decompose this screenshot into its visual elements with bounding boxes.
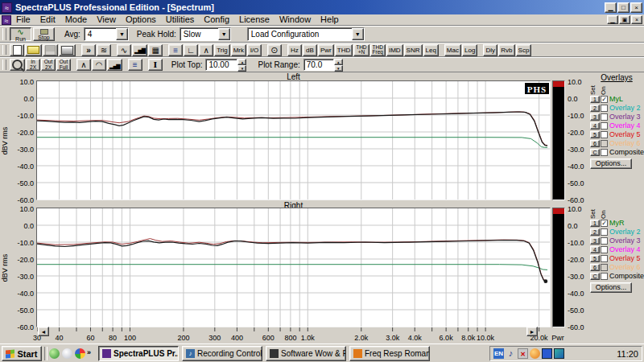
snr-button[interactable]: SNR <box>404 44 423 56</box>
db-button[interactable]: dB <box>303 44 317 56</box>
gain-in-2x[interactable]: In2X <box>26 59 40 71</box>
plot-range-field[interactable]: 70.0 <box>303 59 334 71</box>
mdi-system-menu-icon[interactable]: ≈ <box>2 15 11 25</box>
open-folder-button[interactable] <box>25 44 42 56</box>
scroll-left-button[interactable]: ◄ <box>38 327 49 336</box>
overlay-set-button-4[interactable]: 4 <box>590 122 600 130</box>
avg-dropdown-icon[interactable]: ▼ <box>116 28 128 40</box>
mac-button[interactable]: Mac <box>444 44 461 56</box>
dly-button[interactable]: Dly <box>483 44 497 56</box>
overlay-checkbox-C[interactable] <box>601 273 608 280</box>
options-list-button[interactable] <box>128 59 142 71</box>
overlay-set-button-C[interactable]: C <box>590 273 600 280</box>
task-button-1[interactable]: SpectraPLUS Pr... <box>98 346 179 361</box>
plot-canvas-left[interactable] <box>37 81 550 200</box>
overlay-set-button-2[interactable]: 2 <box>590 105 600 112</box>
imd-button[interactable]: IMD <box>386 44 403 56</box>
quicklaunch-media-icon[interactable] <box>49 348 60 359</box>
volume-tray-icon[interactable]: ♪ <box>506 348 516 359</box>
menu-help[interactable]: Help <box>316 14 344 24</box>
overlay-set-button-5[interactable]: 5 <box>590 131 600 138</box>
toolbar-grip[interactable] <box>2 28 6 40</box>
menu-license[interactable]: License <box>234 14 275 24</box>
printer-button[interactable] <box>59 44 76 56</box>
hz-button[interactable]: Hz <box>287 44 302 56</box>
mdi-restore-button[interactable]: ▣ <box>619 15 630 24</box>
pwr-button[interactable]: Pwr <box>318 44 334 56</box>
overlay-set-button-5[interactable]: 5 <box>590 255 600 262</box>
overlays-options-button[interactable]: Options... <box>590 282 632 293</box>
peak-hold-combobox[interactable]: Slow ▼ <box>180 27 231 41</box>
overlay-checkbox-4[interactable] <box>601 246 608 253</box>
signal-generator-button[interactable] <box>97 44 111 56</box>
spectrogram-view-button[interactable] <box>148 44 163 56</box>
overlay-checkbox-2[interactable] <box>601 105 608 112</box>
i-o-button[interactable]: I/O <box>247 44 262 56</box>
task-button-2[interactable]: ♪Recording Control <box>182 346 262 361</box>
overlay-set-button-3[interactable]: 3 <box>590 113 600 121</box>
overlay-set-button-1[interactable]: 1 <box>590 96 600 103</box>
overlay-checkbox-C[interactable] <box>601 149 608 156</box>
zoom-magnifier-button[interactable] <box>10 59 25 71</box>
spectrum-view-button[interactable] <box>132 44 147 56</box>
close-button[interactable]: × <box>630 2 642 13</box>
overlay-set-button-1[interactable]: 1 <box>590 220 600 227</box>
task-button-3[interactable]: Software Wow & Fl... <box>266 346 346 361</box>
gain-out-2x[interactable]: Out2X <box>41 59 56 71</box>
plot-range-spinner[interactable]: ▴▾ <box>334 59 343 71</box>
run-button[interactable]: ∿ Run <box>10 27 31 41</box>
maximize-button[interactable]: □ <box>617 2 630 13</box>
menu-utilities[interactable]: Utilities <box>161 14 199 24</box>
gain-out-full[interactable]: OutFull <box>56 59 71 71</box>
spectrum-plot-left[interactable] <box>36 80 551 200</box>
plot-canvas-right[interactable] <box>37 208 550 327</box>
peak-hold-dropdown-icon[interactable]: ▼ <box>218 28 230 40</box>
plot-top-spinner[interactable]: ▴▾ <box>237 59 246 71</box>
media-player-tray-icon[interactable] <box>554 348 564 359</box>
overlay-checkbox-5[interactable] <box>601 131 608 138</box>
peak-hold-button[interactable] <box>199 44 213 56</box>
overlay-set-button-4[interactable]: 4 <box>590 246 600 253</box>
menu-config[interactable]: Config <box>199 14 234 24</box>
settings-list-button[interactable] <box>168 44 183 56</box>
toolbar-grip[interactable] <box>2 60 6 71</box>
toolbar-grip[interactable] <box>2 45 6 56</box>
menu-file[interactable]: File <box>11 14 35 24</box>
overlay-checkbox-1[interactable]: ✓ <box>601 220 608 227</box>
time-series-view-button[interactable] <box>117 44 131 56</box>
menu-mode[interactable]: Mode <box>60 14 93 24</box>
clock-button[interactable] <box>267 44 282 56</box>
plot-top-field[interactable]: 10.00 <box>205 59 237 71</box>
messenger-tray-icon[interactable] <box>530 348 540 359</box>
overlay-set-button-6[interactable]: 6 <box>590 264 600 271</box>
rvb-button[interactable]: Rvb <box>498 44 514 56</box>
line-plot-button[interactable] <box>76 59 91 71</box>
scp-button[interactable]: Scp <box>516 44 532 56</box>
overlay-checkbox-3[interactable] <box>601 237 608 245</box>
overlay-set-button-C[interactable]: C <box>590 149 600 156</box>
bar-plot-button[interactable] <box>107 59 122 71</box>
overlay-set-button-3[interactable]: 3 <box>590 237 600 245</box>
start-button[interactable]: Start <box>2 346 42 361</box>
overlay-checkbox-1[interactable]: ✓ <box>601 96 608 103</box>
task-button-4[interactable]: Freq Resp Romanti... <box>349 346 430 361</box>
thd-button[interactable]: THD <box>335 44 353 56</box>
overlay-checkbox-3[interactable] <box>601 113 608 121</box>
overlay-set-button-6[interactable]: 6 <box>590 140 600 147</box>
taskbar-clock[interactable]: 11:20 <box>566 349 638 359</box>
plot-axes-button[interactable] <box>184 44 198 56</box>
overlays-options-button[interactable]: Options... <box>590 158 632 169</box>
scroll-right-button[interactable]: ► <box>526 327 538 336</box>
quicklaunch-chevron-icon[interactable]: » <box>87 348 91 356</box>
menu-options[interactable]: Options <box>121 14 161 24</box>
load-configuration-dropdown-icon[interactable]: ▼ <box>352 28 364 40</box>
overlay-checkbox-5[interactable] <box>601 255 608 262</box>
thdfreq-button[interactable]: THDFreq <box>370 44 386 56</box>
menu-view[interactable]: View <box>92 14 121 24</box>
mrk-button[interactable]: Mrk <box>231 44 246 56</box>
log-button[interactable]: Log <box>462 44 477 56</box>
overlay-set-button-2[interactable]: 2 <box>590 228 600 236</box>
fast-forward-button[interactable] <box>81 44 96 56</box>
display-tray-icon[interactable] <box>542 348 552 359</box>
leq-button[interactable]: Leq <box>423 44 439 56</box>
